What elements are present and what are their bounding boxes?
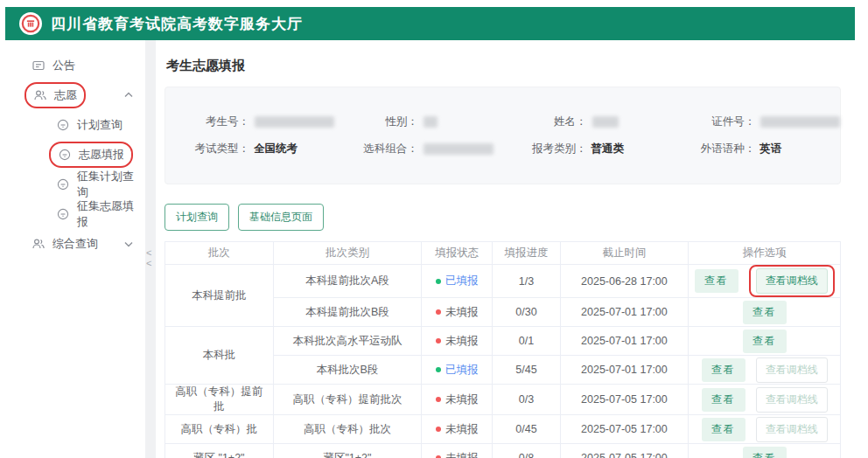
table-row: 高职（专科）提前批高职（专科）提前批次未填报0/32025-07-05 17:0…: [165, 385, 841, 415]
plan-query-button[interactable]: 计划查询: [164, 204, 229, 231]
view-cutoff-line-button: 查看调档线: [756, 387, 828, 413]
circle-doc-icon: [58, 148, 72, 162]
status-text: 已填报: [445, 274, 479, 288]
batch-cell: 高职（专科）批: [165, 415, 274, 444]
status-text: 未填报: [445, 422, 479, 437]
sidebar-item-6[interactable]: 综合查询: [5, 229, 145, 259]
site-seal-logo-icon: [19, 12, 42, 35]
status-cell: 已填报: [422, 356, 493, 385]
deadline-cell: 2025-07-01 17:00: [560, 327, 689, 356]
status-text: 未填报: [445, 392, 479, 407]
sidebar-item-label: 志愿: [54, 87, 77, 103]
info-field-6: 报考类别：普通类: [503, 142, 672, 156]
page-title: 考生志愿填报: [164, 40, 841, 87]
sidebar-nav: 公告志愿计划查询志愿填报征集计划查询征集志愿填报综合查询: [5, 40, 145, 458]
sidebar-item-label: 征集志愿填报: [77, 198, 138, 230]
sidebar-item-label: 公告: [52, 58, 75, 73]
info-label: 证件号：: [671, 114, 755, 129]
column-header-0: 批次: [165, 242, 274, 265]
deadline-cell: 2025-07-05 17:00: [560, 385, 689, 415]
status-cell: 未填报: [422, 444, 493, 458]
info-label: 外语语种：: [671, 142, 755, 156]
progress-cell: 0/45: [493, 415, 560, 444]
info-field-4: 考试类型：全国统考: [165, 142, 334, 156]
sidebar-item-0[interactable]: 公告: [5, 51, 145, 80]
masked-value: [424, 143, 494, 155]
operations-cell: 查看查看调档线: [689, 265, 841, 298]
chevron-up-icon[interactable]: [124, 89, 133, 102]
circle-doc-icon: [56, 207, 70, 221]
sidebar-item-1[interactable]: 志愿: [5, 80, 145, 110]
table-row: 本科批本科批次高水平运动队未填报0/12025-07-01 17:00查看: [165, 327, 841, 356]
status-dot-icon: [436, 427, 441, 432]
collapse-left-icon[interactable]: <: [146, 259, 151, 267]
category-cell: 高职（专科）提前批次: [273, 385, 422, 415]
status-dot-icon: [436, 367, 441, 372]
status-cell: 未填报: [422, 385, 493, 415]
view-button[interactable]: 查看: [743, 330, 787, 353]
info-label: 考生号：: [165, 114, 249, 129]
collapse-left-icon[interactable]: <: [146, 248, 151, 257]
top-header-bar: 四川省教育考试院高考数字服务大厅: [5, 7, 855, 40]
info-row: 考生号：性别：姓名：证件号：: [165, 114, 840, 129]
circle-doc-icon: [56, 118, 70, 132]
site-title: 四川省教育考试院高考数字服务大厅: [51, 14, 303, 34]
batch-cell: 藏区 "1+2": [165, 444, 274, 458]
progress-cell: 5/45: [493, 356, 560, 385]
info-value: 普通类: [592, 142, 625, 156]
operations-cell: 查看查看调档线: [689, 356, 841, 385]
column-header-4: 截止时间: [560, 242, 689, 265]
progress-cell: 0/1: [493, 327, 560, 356]
deadline-cell: 2025-07-01 17:00: [560, 298, 689, 327]
sidebar-item-label: 志愿填报: [79, 147, 124, 163]
category-cell: 本科提前批次B段: [273, 298, 422, 327]
table-row: 本科提前批本科提前批次A段已填报1/32025-06-28 17:00查看查看调…: [165, 265, 841, 298]
column-header-3: 填报进度: [493, 242, 560, 265]
status-dot-icon: [436, 309, 441, 315]
info-field-2: 姓名：: [503, 114, 672, 129]
sidebar-collapse-strip[interactable]: < <: [145, 40, 156, 458]
status-dot-icon: [436, 338, 441, 344]
deadline-cell: 2025-06-28 17:00: [560, 265, 689, 298]
view-button[interactable]: 查看: [702, 388, 746, 412]
info-label: 姓名：: [503, 114, 587, 129]
batch-cell: 高职（专科）提前批: [165, 385, 274, 415]
deadline-cell: 2025-07-01 17:00: [560, 356, 689, 385]
status-cell: 已填报: [422, 265, 493, 298]
view-button[interactable]: 查看: [695, 269, 738, 293]
deadline-cell: 2025-07-05 17:00: [560, 415, 689, 444]
table-row: 高职（专科）批高职（专科）批次未填报0/452025-07-05 17:00查看…: [165, 415, 841, 444]
table-row: 藏区 "1+2"藏区"1+2"未填报0/82025-07-05 17:00查看: [165, 444, 841, 458]
people-icon: [32, 237, 46, 251]
category-cell: 藏区"1+2": [273, 444, 422, 458]
status-cell: 未填报: [422, 415, 493, 444]
progress-cell: 0/8: [493, 444, 560, 458]
status-cell: 未填报: [422, 298, 493, 327]
chevron-down-icon[interactable]: [124, 238, 133, 251]
view-cutoff-line-button[interactable]: 查看调档线: [756, 268, 828, 294]
status-text: 未填报: [445, 451, 479, 458]
view-cutoff-line-button: 查看调档线: [756, 357, 828, 383]
info-field-0: 考生号：: [165, 114, 334, 129]
sidebar-item-2[interactable]: 计划查询: [5, 110, 145, 140]
info-label: 选科组合：: [334, 142, 418, 156]
basic-info-button[interactable]: 基础信息页面: [238, 204, 324, 231]
info-label: 考试类型：: [165, 142, 249, 156]
masked-value: [255, 116, 334, 128]
red-annotation-box: 志愿填报: [49, 142, 133, 168]
masked-value: [760, 116, 840, 128]
status-text: 已填报: [445, 363, 479, 378]
people-icon: [33, 88, 47, 102]
view-button[interactable]: 查看: [743, 447, 787, 458]
status-dot-icon: [436, 279, 441, 284]
info-field-7: 外语语种：英语: [671, 142, 840, 156]
batch-cell: 本科提前批: [165, 265, 274, 327]
status-cell: 未填报: [422, 327, 493, 356]
view-button[interactable]: 查看: [702, 358, 746, 382]
view-button[interactable]: 查看: [743, 301, 787, 324]
masked-value: [592, 116, 619, 128]
category-cell: 本科批次高水平运动队: [273, 327, 422, 356]
sidebar-item-5[interactable]: 征集志愿填报: [5, 199, 145, 229]
view-button[interactable]: 查看: [702, 418, 746, 441]
column-header-2: 填报状态: [422, 242, 493, 265]
